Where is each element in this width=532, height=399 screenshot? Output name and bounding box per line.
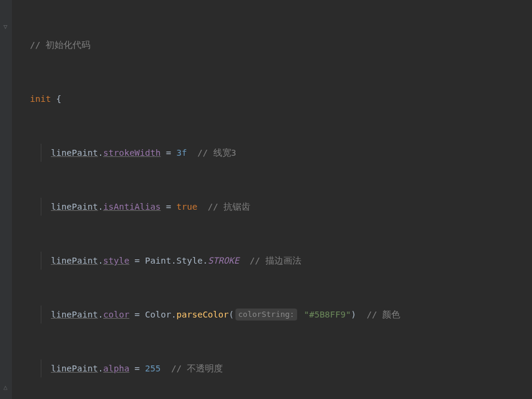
- prop-isAntiAlias: isAntiAlias: [103, 202, 161, 211]
- comment: // 初始化代码: [30, 40, 90, 50]
- literal: 3f: [176, 148, 186, 158]
- brace-open: {: [51, 94, 61, 104]
- literal-true: true: [176, 202, 197, 211]
- fold-end-icon[interactable]: △: [2, 384, 9, 391]
- prop-style: style: [103, 256, 129, 265]
- param-hint: colorString:: [235, 309, 298, 321]
- fold-start-icon[interactable]: ▽: [2, 23, 9, 31]
- prop-color: color: [103, 310, 129, 319]
- comment: // 线宽3: [197, 148, 236, 158]
- var-linePaint: linePaint: [51, 148, 98, 158]
- code-editor[interactable]: // 初始化代码 init { linePaint.strokeWidth = …: [12, 0, 532, 399]
- const-stroke: STROKE: [208, 256, 239, 265]
- string-literal: "#5B8FF9": [304, 310, 351, 319]
- prop-strokeWidth: strokeWidth: [103, 148, 161, 158]
- fn-parseColor: parseColor: [176, 310, 228, 319]
- prop-alpha: alpha: [103, 364, 129, 373]
- editor-gutter: ▽ △: [0, 0, 12, 399]
- keyword-init: init: [30, 94, 51, 104]
